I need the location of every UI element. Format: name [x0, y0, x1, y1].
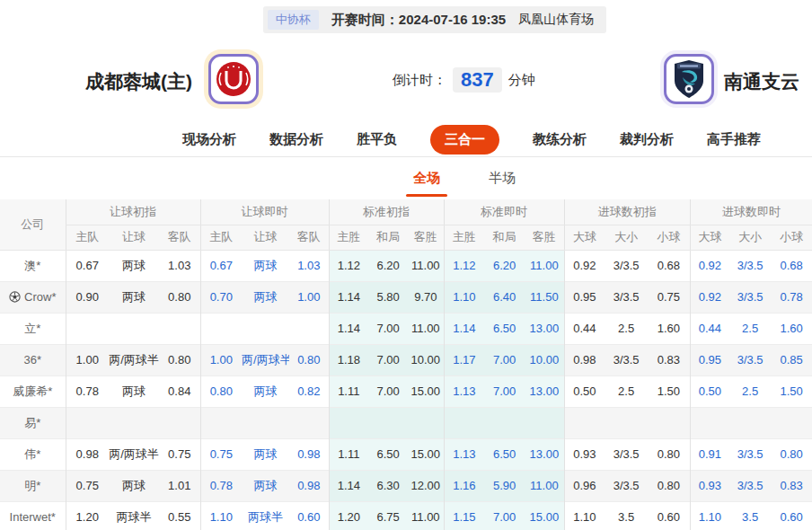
- odds-cell: 0.98: [289, 438, 329, 470]
- odds-cell: 0.98: [289, 470, 329, 501]
- countdown-unit: 分钟: [508, 72, 535, 89]
- odds-cell: 0.68: [771, 250, 812, 281]
- odds-cell: [408, 407, 444, 438]
- company-cell[interactable]: 威廉希*: [0, 375, 66, 407]
- away-team-name[interactable]: 南通支云: [724, 69, 799, 94]
- odds-cell: [771, 407, 812, 438]
- group-header: 进球数即时: [690, 199, 812, 225]
- subtab-full-match[interactable]: 全场: [410, 158, 444, 199]
- odds-table-head: 公司让球初指让球即时标准初指标准即时进球数初指进球数即时主队让球客队主队让球客队…: [0, 199, 812, 250]
- tab-win-draw-lose[interactable]: 胜平负: [357, 131, 397, 148]
- odds-cell: 0.55: [159, 501, 200, 530]
- home-crest-icon: [215, 60, 252, 98]
- odds-cell: [444, 407, 484, 438]
- subtab-half-match[interactable]: 半场: [485, 158, 519, 199]
- odds-cell: 2.5: [729, 313, 771, 344]
- tab-expert-picks[interactable]: 高手推荐: [707, 131, 761, 148]
- odds-cell: 0.90: [66, 281, 109, 313]
- odds-cell: 3/3.5: [729, 250, 771, 281]
- odds-cell: [329, 407, 368, 438]
- group-header: 进球数初指: [564, 199, 690, 225]
- odds-cell: 1.50: [648, 375, 690, 407]
- col-header: 大球: [564, 225, 605, 250]
- odds-cell: 0.80: [648, 470, 690, 501]
- odds-cell: 0.80: [771, 438, 812, 470]
- odds-cell: 3/3.5: [605, 470, 648, 501]
- group-header: 让球即时: [200, 199, 329, 225]
- odds-cell: 两/两球半: [109, 438, 159, 470]
- odds-cell: 2.5: [605, 375, 648, 407]
- odds-cell: 1.14: [329, 313, 368, 344]
- company-cell[interactable]: 明*: [0, 470, 66, 501]
- odds-cell: 1.12: [444, 250, 484, 281]
- group-header: 让球初指: [66, 199, 200, 225]
- company-cell[interactable]: 36*: [0, 344, 66, 375]
- col-header: 客队: [159, 225, 200, 250]
- tab-data-analysis[interactable]: 数据分析: [269, 131, 323, 148]
- odds-cell: 1.20: [329, 501, 368, 530]
- odds-cell: 15.00: [525, 501, 564, 530]
- group-header: 标准即时: [444, 199, 564, 225]
- kickoff-time: 开赛时间：2024-07-16 19:35: [331, 12, 506, 29]
- odds-cell: 1.15: [444, 501, 484, 530]
- league-badge[interactable]: 中协杯: [268, 10, 319, 30]
- away-crest-icon: [672, 59, 706, 99]
- odds-cell: [605, 407, 648, 438]
- odds-cell: 1.12: [329, 250, 368, 281]
- match-header: 成都蓉城(主) 倒计时： 837 分钟 南通支云: [0, 40, 812, 123]
- tab-referee-analysis[interactable]: 裁判分析: [620, 131, 674, 148]
- odds-cell: 1.03: [159, 250, 200, 281]
- odds-cell: [690, 407, 729, 438]
- company-cell[interactable]: Interwet*: [0, 501, 66, 530]
- odds-cell: 7.00: [368, 313, 408, 344]
- odds-cell: 0.92: [690, 250, 729, 281]
- company-cell[interactable]: Crow*: [0, 281, 66, 313]
- home-team-name[interactable]: 成都蓉城(主): [85, 69, 192, 94]
- odds-cell: 11.50: [525, 281, 564, 313]
- odds-cell: 0.95: [690, 344, 729, 375]
- tab-coach-analysis[interactable]: 教练分析: [533, 131, 587, 148]
- odds-cell: 0.83: [648, 344, 690, 375]
- tab-live-analysis[interactable]: 现场分析: [182, 131, 236, 148]
- col-header: 客胜: [408, 225, 444, 250]
- tab-three-in-one[interactable]: 三合一: [430, 125, 499, 155]
- odds-cell: 两球: [242, 375, 289, 407]
- odds-cell: 0.85: [771, 344, 812, 375]
- odds-cell: [200, 407, 242, 438]
- odds-cell: 3/3.5: [605, 250, 648, 281]
- odds-row: 威廉希*0.78两球0.840.80两球0.821.117.0015.001.1…: [0, 375, 812, 407]
- odds-cell: 0.70: [200, 281, 242, 313]
- odds-cell: 两/两球半: [242, 344, 289, 375]
- odds-cell: 6.40: [484, 281, 525, 313]
- odds-cell: 两球: [109, 250, 159, 281]
- odds-cell: 0.67: [66, 250, 109, 281]
- odds-cell: 1.50: [771, 375, 812, 407]
- odds-cell: 15.00: [408, 375, 444, 407]
- odds-cell: 6.50: [368, 438, 408, 470]
- odds-cell: 0.80: [159, 281, 200, 313]
- odds-cell: 1.16: [444, 470, 484, 501]
- odds-cell: 0.91: [690, 438, 729, 470]
- odds-cell: [242, 407, 289, 438]
- odds-cell: 0.96: [564, 470, 605, 501]
- company-cell[interactable]: 易*: [0, 407, 66, 438]
- company-cell[interactable]: 澳*: [0, 250, 66, 281]
- odds-cell: 两球: [109, 281, 159, 313]
- odds-row: Interwet*1.20两球半0.551.10两球半0.601.206.751…: [0, 501, 812, 530]
- odds-cell: 0.60: [648, 501, 690, 530]
- period-subtabs: 全场 半场: [58, 157, 812, 199]
- odds-cell: 2.5: [605, 313, 648, 344]
- countdown-label: 倒计时：: [393, 72, 446, 89]
- odds-cell: 1.03: [289, 250, 329, 281]
- odds-cell: 6.75: [368, 501, 408, 530]
- col-header: 主胜: [444, 225, 484, 250]
- company-cell[interactable]: 伟*: [0, 438, 66, 470]
- odds-cell: 3/3.5: [729, 344, 771, 375]
- col-header: 和局: [484, 225, 525, 250]
- col-header: 大球: [690, 225, 729, 250]
- company-cell[interactable]: 立*: [0, 313, 66, 344]
- odds-cell: [66, 407, 109, 438]
- odds-row: Crow*0.90两球0.800.70两球1.001.145.809.701.1…: [0, 281, 812, 313]
- odds-cell: 3/3.5: [729, 438, 771, 470]
- odds-cell: 11.00: [408, 250, 444, 281]
